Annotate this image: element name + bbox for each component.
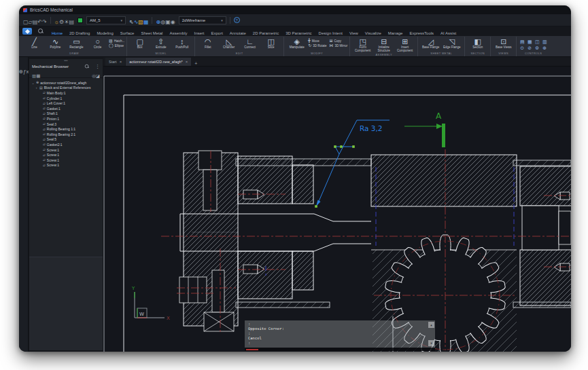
tree-item[interactable]: ▱ Screw:1 <box>29 158 103 163</box>
control-toggle-icon[interactable]: ◫ <box>534 39 540 45</box>
ribbon-button[interactable]: ◫Slice <box>260 37 281 49</box>
ribbon-button[interactable]: ∟Connect <box>239 37 260 49</box>
bricscad-logo-icon <box>24 29 29 33</box>
model-canvas[interactable]: A Ra 3,2 <box>103 67 571 352</box>
tree-item[interactable]: ▱ Main Body:1 <box>29 90 103 96</box>
qat-view-icon[interactable]: ▣ <box>165 19 171 25</box>
command-line-overlay[interactable]: :Opposite Corner::Cancel: ▲ ▼ <box>245 320 435 348</box>
ribbon-button[interactable]: ∿Polyline <box>45 37 66 49</box>
layer-combo[interactable]: AM_5 ▾ <box>86 16 126 24</box>
tree-item[interactable]: ▱ Seal:3 <box>29 122 103 127</box>
ribbon-group-section: ◧Section SECTION <box>464 37 490 56</box>
tree-item[interactable]: ▱ Rolling Bearing 1:1 <box>29 126 103 132</box>
qat-draw-icon[interactable]: ⇖ <box>129 19 134 25</box>
chevron-down-icon: ▾ <box>120 18 122 22</box>
ribbon-small-button[interactable]: ╋Move <box>308 39 326 43</box>
tree-item[interactable]: › ▤ Block and External References <box>29 86 103 91</box>
tree-item[interactable]: ▱ Shaft:1 <box>29 111 103 117</box>
scroll-up-icon[interactable]: ▲ <box>428 322 434 328</box>
close-icon[interactable]: × <box>186 60 188 64</box>
help-icon[interactable]: ? <box>234 17 240 23</box>
close-icon[interactable]: × <box>120 60 122 64</box>
command-scrollbar[interactable]: ▲ ▼ <box>428 322 434 346</box>
ribbon-button[interactable]: ◿Base Flange <box>420 37 441 49</box>
qat-view-icon[interactable]: ◉ <box>171 19 175 25</box>
control-toggle-icon[interactable]: ⊚ <box>534 45 540 51</box>
ribbon-button[interactable]: ⇧Extrude <box>150 37 171 49</box>
component-icon: ▱ <box>43 164 46 167</box>
qat-file-icon[interactable]: ↶ <box>37 19 42 25</box>
ribbon-small-button[interactable]: ⋈3D Mirror <box>329 43 347 48</box>
app-menu-button[interactable] <box>22 28 32 35</box>
ribbon-button[interactable]: ╱Line <box>24 37 45 49</box>
selection-grips[interactable] <box>315 145 355 208</box>
new-tab-button[interactable]: + <box>192 61 200 66</box>
scroll-down-icon[interactable]: ▼ <box>428 340 434 346</box>
progress-tick <box>246 349 258 350</box>
tree-item[interactable]: ▱ Screw:1 <box>29 147 103 153</box>
search-icon[interactable] <box>37 28 44 35</box>
ribbon-button[interactable]: ◈Manipulate <box>286 37 307 49</box>
tree-item[interactable]: ▱ Seal:5 <box>29 137 103 143</box>
qat-tool-icon[interactable]: ▤ <box>69 19 74 25</box>
component-icon: ▤ <box>39 86 43 90</box>
assembly-tree: ⌄ ⊕ actionneur rotatif2Dnew_afagh › ▤ Bl… <box>29 78 103 257</box>
ribbon-button[interactable]: ◠Fillet <box>197 37 218 49</box>
control-toggle-icon[interactable]: ⊙ <box>519 45 525 51</box>
ribbon-button[interactable]: ▭Rectangle <box>66 37 87 49</box>
control-toggle-icon[interactable]: ⊘ <box>526 45 533 51</box>
control-toggle-icon[interactable]: ⊛ <box>541 45 548 51</box>
ribbon-small-button[interactable]: ◯Ellipse <box>109 43 124 48</box>
qat-draw-icon[interactable]: ▧ <box>138 19 143 25</box>
component-icon: ▱ <box>43 96 46 100</box>
tree-caret-icon[interactable]: ⌄ <box>31 81 35 85</box>
ribbon-button[interactable]: ⊞Insert Component <box>394 37 415 52</box>
ribbon-small-button[interactable]: ⊞Copy <box>329 39 347 43</box>
tree-item-label: actionneur rotatif2Dnew_afagh <box>40 81 86 85</box>
ribbon-small-button[interactable]: ↻3D Rotate <box>308 43 326 48</box>
search-icon[interactable] <box>84 64 90 69</box>
panel-tool-icon[interactable]: ◪ <box>96 73 100 78</box>
ribbon-group-label: CONTROLS <box>519 51 548 56</box>
visual-style-combo[interactable]: 2dWireframe ▾ <box>179 16 226 24</box>
tree-caret-icon[interactable]: › <box>35 86 38 90</box>
control-toggle-icon[interactable]: ▤ <box>519 39 525 45</box>
component-icon: ▱ <box>43 112 46 115</box>
command-line-text: Cancel <box>248 336 435 341</box>
ribbon-button[interactable]: ◧Section <box>467 37 488 49</box>
document-tab-label: actionneur rotatif2D.new_afagh* <box>129 60 183 64</box>
ribbon-small-button[interactable]: ▨Hatch... <box>109 39 124 43</box>
qat-draw-icon[interactable]: ▦ <box>143 19 149 25</box>
tree-item[interactable]: ⌄ ⊕ actionneur rotatif2Dnew_afagh <box>29 80 103 86</box>
tree-item[interactable]: ▱ Cylinder:1 <box>29 96 103 101</box>
ribbon-button[interactable]: ⊟Initialize Structure <box>373 37 394 52</box>
panel-tool-icon[interactable]: ▦ <box>36 73 40 78</box>
document-tab-label: Start <box>109 60 117 64</box>
ribbon-button[interactable]: ▢Box <box>129 37 150 49</box>
qat-tool-icon[interactable]: ☼ <box>54 19 59 25</box>
command-overlay-footer <box>245 348 435 351</box>
tree-item[interactable]: ▱ Rolling Bearing 2:1 <box>29 132 103 137</box>
ribbon-button[interactable]: ◹Edge Flange <box>441 37 462 49</box>
tree-item[interactable]: ▱ Pinion:1 <box>29 116 103 122</box>
tree-item[interactable]: ▱ Screw:1 <box>29 163 103 168</box>
document-tab[interactable]: Start × <box>105 58 125 66</box>
color-swatch[interactable] <box>77 18 83 23</box>
tree-item[interactable]: ▱ Gasket:1 <box>29 106 103 111</box>
ribbon-button[interactable]: ◳Form Component <box>352 37 373 52</box>
control-toggle-icon[interactable]: ▥ <box>541 39 548 45</box>
control-toggle-icon[interactable]: ▦ <box>526 39 533 45</box>
qat-file-icon[interactable]: ↷ <box>42 19 47 25</box>
tree-item[interactable]: ▱ Left Cover:1 <box>29 100 103 106</box>
ribbon-button[interactable]: ⊡Base Views <box>493 37 514 49</box>
ribbon-button-icon: ⊞ <box>402 37 408 45</box>
qat-file-icon[interactable]: ▢ <box>23 19 29 25</box>
document-tab[interactable]: actionneur rotatif2D.new_afagh* × <box>126 58 191 66</box>
title-bar: BricsCAD Mechanical <box>19 5 571 14</box>
tree-item[interactable]: ▱ Gasket2:1 <box>29 142 103 147</box>
ribbon-button[interactable]: ○Circle <box>87 37 108 49</box>
ribbon-button[interactable]: ↕Push/Pull <box>171 37 192 49</box>
ribbon-button[interactable]: ◺Chamfer <box>218 37 239 49</box>
tree-item[interactable]: ▱ Screw:1 <box>29 152 103 158</box>
section-marker[interactable]: A <box>404 111 445 147</box>
